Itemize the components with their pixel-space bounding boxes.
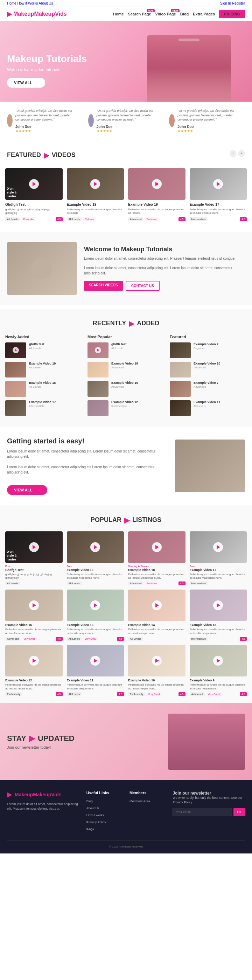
popular-video-desc-12: Pellentesque convallis nis us augue phar… <box>190 683 247 690</box>
popular-play-9[interactable] <box>29 656 39 666</box>
recently-item-feat-3[interactable]: Example Video 7 Advanced <box>170 381 247 397</box>
recently-item-pop-1[interactable]: ghdfh test All Levels <box>87 342 165 358</box>
popular-video-title-12: Example Video 9 <box>190 679 247 682</box>
recently-item-pop-2[interactable]: Example Video 18 Advanced <box>87 362 165 377</box>
popular-play-12[interactable] <box>213 656 223 666</box>
featured-video-title-4: Example Video 17 <box>190 203 247 207</box>
hero-cta-button[interactable]: VIEW ALL → <box>7 78 45 88</box>
top-nav-about[interactable]: About Us <box>38 2 53 5</box>
level-badge-3: Advanced <box>128 217 143 221</box>
featured-next-arrow[interactable]: › <box>238 150 245 157</box>
nav-search[interactable]: Search Page HOT <box>128 12 151 16</box>
popular-meta-4: Intermediate <box>190 581 247 585</box>
recently-item-new-1[interactable]: ghdfh test All Levels <box>5 342 82 358</box>
contact-us-button[interactable]: CONTACT US <box>126 281 160 291</box>
search-videos-button[interactable]: SEARCH VIDEOS <box>84 281 123 291</box>
getting-text: Getting started is easy! Lorem ipsum dol… <box>7 437 168 495</box>
popular-card-12[interactable]: Example Video 9 Pellentesque convallis n… <box>190 645 247 696</box>
featured-header: FEATURED ▶ VIDEOS ‹ › <box>0 142 252 168</box>
popular-meta-11: Exclusively Very Good 4.5 <box>128 692 185 696</box>
popular-card-7[interactable]: Example Video 14 Pellentesque convallis … <box>128 590 185 641</box>
footer-grid: ▶ MakeupMakeupVids Lorem ipsum dolor sit… <box>7 791 245 834</box>
featured-video-4[interactable]: Example Video 17 Pellentesque convallis … <box>190 168 247 221</box>
popular-play-1[interactable] <box>29 542 39 552</box>
recently-item-new-3[interactable]: Example Video 18 All Levels <box>5 381 82 397</box>
popular-card-3[interactable]: Starting At $name Example Video 18 Pelle… <box>128 531 185 586</box>
signin-link[interactable]: Sign In <box>220 2 231 5</box>
recently-item-feat-2[interactable]: Example Video 10 Advanced <box>170 362 247 377</box>
getting-started-cta-button[interactable]: VIEW ALL → <box>7 485 47 495</box>
play-button-3[interactable] <box>152 179 162 189</box>
popular-play-6[interactable] <box>90 600 100 610</box>
level-badge-1: All Levels <box>5 217 20 221</box>
popular-play-4[interactable] <box>213 542 223 552</box>
recently-item-pop-4[interactable]: Example Video 12 Intermediate <box>87 400 165 416</box>
popular-play-8[interactable] <box>213 600 223 610</box>
recently-title-block: RECENTLY ▶ ADDED <box>0 312 252 331</box>
nav-links: Home Search Page HOT Video Page NEW Blog… <box>113 10 245 18</box>
footer-bottom: © 2022 · All rights reserved <box>7 840 245 848</box>
popular-card-9[interactable]: Example Video 12 Pellentesque convallis … <box>5 645 63 696</box>
popular-card-2[interactable]: Free Example Video 19 Pellentesque conva… <box>67 531 124 586</box>
featured-thumb-1: D'unstyle àl'autre <box>5 168 63 200</box>
popular-play-3[interactable] <box>152 542 162 552</box>
popular-video-title-7: Example Video 14 <box>128 623 185 627</box>
popular-meta-3: Advanced Exclusive 4.5 <box>128 581 185 585</box>
newsletter-input-row: OK <box>173 808 245 816</box>
nav-home[interactable]: Home <box>113 12 124 16</box>
recently-level-pop-2: Advanced <box>111 366 138 369</box>
getting-text-2: Lorem ipsum dolor sit amet, consectetur … <box>7 465 168 475</box>
popular-card-4[interactable]: Free Example Video 17 Pellentesque conva… <box>190 531 247 586</box>
featured-prev-arrow[interactable]: ‹ <box>230 150 236 157</box>
recently-thumb-feat-3 <box>170 381 191 397</box>
featured-video-1[interactable]: D'unstyle àl'autre Ghdfgh Test ghdfghjk … <box>5 168 63 221</box>
featured-video-2[interactable]: Example Video 19 Pellentesque convallis … <box>67 168 124 221</box>
featured-thumb-3 <box>128 168 185 200</box>
popular-card-1[interactable]: D'unstyle àl'autre Free Ghdfgh Test ghdf… <box>5 531 63 586</box>
popular-play-5[interactable] <box>29 600 39 610</box>
popular-card-8[interactable]: Example Video 13 Pellentesque convallis … <box>190 590 247 641</box>
pricing-button[interactable]: PRICING <box>219 10 245 18</box>
popular-card-5[interactable]: Example Video 16 Pellentesque convallis … <box>5 590 63 641</box>
featured-video-grid: D'unstyle àl'autre Ghdfgh Test ghdfghjk … <box>0 168 252 228</box>
popular-card-11[interactable]: Example Video 10 Pellentesque convallis … <box>128 645 185 696</box>
recently-item-feat-1[interactable]: Example Video 2 Beginner <box>170 342 247 358</box>
newsletter-text: STAY ▶ UPDATED Join our newsletter today… <box>7 734 74 749</box>
testimonial-text-1: "Ut mi gravida principi. Cu dico maim pe… <box>16 109 83 122</box>
top-nav-home[interactable]: Home <box>7 2 16 5</box>
popular-card-6[interactable]: Example Video 15 Pellentesque convallis … <box>67 590 124 641</box>
play-button-2[interactable] <box>90 179 100 189</box>
recently-item-feat-4[interactable]: Example Video 11 All Levels <box>170 400 247 416</box>
popular-video-desc-5: Pellentesque convallis nis us augue phar… <box>5 628 63 635</box>
top-nav-how[interactable]: How it Works <box>17 2 38 5</box>
popular-play-10[interactable] <box>90 656 100 666</box>
nav-video[interactable]: Video Page NEW <box>155 12 176 16</box>
recently-col-featured: Featured Example Video 2 Beginner Exampl… <box>170 335 247 420</box>
featured-title: FEATURED ▶ VIDEOS <box>7 151 76 159</box>
register-link[interactable]: Register <box>232 2 245 5</box>
play-button-4[interactable] <box>213 179 223 189</box>
play-button-1[interactable] <box>29 179 39 189</box>
popular-video-desc-1: ghdfghjk gjhmnyj gnhbjnygj gjhnbyjng gjh… <box>5 573 63 580</box>
recently-level-feat-4: All Levels <box>193 404 220 407</box>
featured-video-3[interactable]: Example Video 19 Pellentesque convallis … <box>128 168 185 221</box>
popular-play-7[interactable] <box>152 600 162 610</box>
recently-item-new-4[interactable]: Example Video 17 Intermediate <box>5 400 82 416</box>
popular-play-11[interactable] <box>152 656 162 666</box>
popular-video-title-2: Example Video 19 <box>67 568 124 572</box>
recently-item-pop-3[interactable]: Example Video 15 Advanced <box>87 381 165 397</box>
footer-useful-links-list: Blog About Us How it works Privacy Polic… <box>86 799 122 831</box>
newsletter-email-input[interactable] <box>173 808 232 816</box>
recently-item-new-2[interactable]: Example Video 19 All Levels <box>5 362 82 377</box>
footer-link-how: How it works <box>86 813 122 818</box>
nav-extra[interactable]: Extra Pages <box>193 12 215 16</box>
nav-blog[interactable]: Blog <box>180 12 189 16</box>
newsletter-submit-button[interactable]: OK <box>233 808 245 816</box>
featured-thumb-2 <box>67 168 124 200</box>
testimonial-stars-1: ★★★★★ <box>16 129 83 133</box>
logo: ▶ MakeupMakeupVids <box>7 10 67 18</box>
popular-card-10[interactable]: Example Video 11 Pellentesque convallis … <box>67 645 124 696</box>
category-badge-3: Exclusive <box>144 217 158 221</box>
popular-play-2[interactable] <box>90 542 100 552</box>
footer-link-privacy: Privacy Policy <box>86 819 122 824</box>
